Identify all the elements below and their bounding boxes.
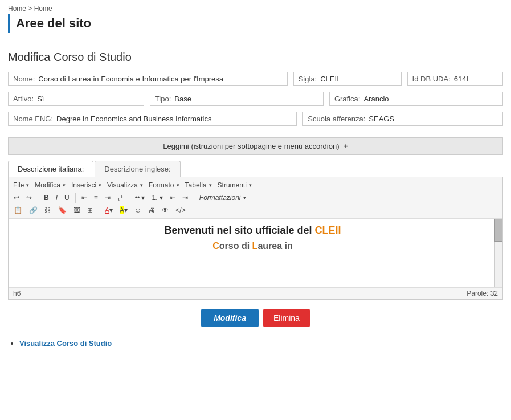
sub-text: Corso di Laurea in: [14, 241, 491, 251]
tab-descrizione-inglese[interactable]: Descrizione inglese:: [95, 161, 180, 177]
leggimi-subtext2: (istruzioni per sottopagine e menù accor…: [191, 142, 339, 150]
scuola-label: Scuola afferenza:: [308, 115, 365, 123]
link-button[interactable]: 🔗: [26, 205, 40, 215]
preview-button[interactable]: 👁: [159, 205, 171, 215]
form-section-title: Modifica Corso di Studio: [8, 51, 503, 64]
bg-color-button[interactable]: A ▾: [117, 205, 130, 215]
editor-wrap: Benvenuti nel sito ufficiale del CLEII C…: [9, 219, 502, 287]
paste-button[interactable]: 📋: [11, 205, 25, 215]
menu-strumenti[interactable]: Strumenti ▾: [215, 180, 254, 190]
font-color-button[interactable]: A ▾: [102, 205, 116, 215]
visualizza-corso-link[interactable]: Visualizza Corso di Studio: [19, 339, 112, 348]
tipo-input[interactable]: [174, 95, 318, 103]
menu-tabella-arrow: ▾: [209, 182, 212, 188]
nome-label: Nome:: [13, 75, 35, 83]
scuola-field: Scuola afferenza:: [302, 112, 503, 126]
tab-descrizione-italiana[interactable]: Descrizione italiana:: [8, 161, 93, 177]
source-button[interactable]: </>: [173, 205, 188, 215]
page-title: Aree del sito: [16, 16, 503, 31]
menu-bar: File ▾ Modifica ▾ Inserisci ▾ Visualizza…: [11, 179, 500, 191]
formattazioni-dropdown[interactable]: Formattazioni ▾: [197, 193, 248, 203]
editor-status-bar: h6 Parole: 32: [9, 287, 502, 299]
align-left-button[interactable]: ⇤: [79, 193, 90, 203]
separator-1: [38, 193, 38, 203]
attivo-field: Attivo:: [8, 92, 144, 106]
leggimi-bar[interactable]: Leggimi (istruzioni per sottopagine e me…: [8, 137, 503, 155]
editor-scrollbar[interactable]: [494, 219, 502, 287]
breadcrumb-home-link[interactable]: Home >: [8, 5, 32, 13]
editor-element-type: h6: [13, 289, 21, 297]
underline-button[interactable]: U: [62, 193, 72, 203]
elimina-button[interactable]: Elimina: [263, 309, 310, 327]
unlink-button[interactable]: ⛓: [42, 205, 54, 215]
form-row-2: Attivo: Tipo: Grafica:: [8, 92, 503, 106]
sub-aurea: aurea in: [257, 241, 292, 251]
table-button[interactable]: ⊞: [84, 205, 96, 215]
menu-visualizza[interactable]: Visualizza ▾: [105, 180, 145, 190]
breadcrumb-home2: Home: [34, 5, 52, 13]
undo-button[interactable]: ↩: [11, 193, 22, 203]
sigla-input[interactable]: [320, 75, 396, 83]
print-button[interactable]: 🖨: [145, 205, 158, 215]
tipo-label: Tipo:: [155, 95, 171, 103]
menu-modifica-arrow: ▾: [63, 182, 66, 188]
action-buttons: Modifica Elimina: [0, 300, 511, 336]
emoji-button[interactable]: ☺: [132, 205, 144, 215]
nome-eng-field: Nome ENG:: [8, 112, 297, 126]
leggimi-plus[interactable]: +: [344, 142, 348, 150]
iddbuda-label: Id DB UDA:: [412, 75, 451, 83]
tipo-field: Tipo:: [150, 92, 324, 106]
ordered-list-button[interactable]: 1. ▾: [149, 193, 165, 203]
unordered-list-button[interactable]: •• ▾: [132, 193, 148, 203]
scuola-input[interactable]: [369, 115, 498, 123]
editor-body[interactable]: Benvenuti nel sito ufficiale del CLEII C…: [9, 219, 502, 287]
redo-button[interactable]: ↪: [23, 193, 35, 203]
form-row-1: Nome: Sigla: Id DB UDA:: [8, 72, 503, 86]
scrollbar-thumb[interactable]: [494, 219, 502, 242]
sigla-field: Sigla:: [293, 72, 402, 86]
align-center-button[interactable]: ≡: [91, 193, 101, 203]
nome-input[interactable]: [38, 75, 282, 83]
bold-button[interactable]: B: [41, 193, 52, 203]
menu-modifica[interactable]: Modifica ▾: [32, 180, 68, 190]
word-count-label: Parole:: [467, 289, 488, 297]
modifica-button[interactable]: Modifica: [201, 309, 259, 327]
footer-links: Visualizza Corso di Studio: [0, 336, 511, 353]
welcome-orange: CLEII: [315, 225, 341, 236]
menu-file[interactable]: File ▾: [11, 180, 31, 190]
bookmark-button[interactable]: 🔖: [55, 205, 70, 215]
separator-4: [194, 193, 194, 203]
leggimi-text: Leggimi: [163, 142, 189, 150]
attivo-input[interactable]: [37, 95, 139, 103]
nome-eng-input[interactable]: [56, 115, 292, 123]
menu-formato-arrow: ▾: [177, 182, 179, 188]
outdent-button[interactable]: ⇤: [167, 193, 178, 203]
format-bar-2: 📋 🔗 ⛓ 🔖 🖼 ⊞ A ▾ A ▾ ☺ 🖨 👁 </>: [11, 204, 500, 217]
sub-orso: orso di: [219, 241, 252, 251]
italic-button[interactable]: I: [53, 193, 60, 203]
indent-button[interactable]: ⇥: [179, 193, 191, 203]
form-section: Modifica Corso di Studio Nome: Sigla: Id…: [0, 45, 511, 137]
iddbuda-field: Id DB UDA:: [407, 72, 503, 86]
nome-eng-label: Nome ENG:: [13, 115, 53, 123]
nome-field: Nome:: [8, 72, 288, 86]
sub-l: L: [252, 241, 258, 251]
image-button[interactable]: 🖼: [71, 205, 83, 215]
grafica-field: Grafica:: [329, 92, 503, 106]
align-right-button[interactable]: ⇥: [102, 193, 113, 203]
grafica-input[interactable]: [363, 95, 498, 103]
tabs-bar: Descrizione italiana: Descrizione ingles…: [8, 161, 503, 177]
footer-links-list: Visualizza Corso di Studio: [8, 339, 503, 348]
menu-inserisci[interactable]: Inserisci ▾: [69, 180, 104, 190]
welcome-text: Benvenuti nel sito ufficiale del CLEII: [14, 225, 491, 236]
menu-tabella[interactable]: Tabella ▾: [183, 180, 214, 190]
formattazioni-arrow: ▾: [243, 195, 246, 201]
separator-5: [99, 205, 99, 215]
menu-visualizza-arrow: ▾: [140, 182, 143, 188]
iddbuda-input[interactable]: [454, 75, 498, 83]
align-justify-button[interactable]: ⇄: [115, 193, 126, 203]
menu-formato[interactable]: Formato ▾: [146, 180, 182, 190]
page-title-bar: Aree del sito: [8, 14, 503, 33]
format-bar-1: ↩ ↪ B I U ⇤ ≡ ⇥ ⇄ •• ▾ 1. ▾ ⇤ ⇥ Formatta…: [11, 191, 500, 204]
attivo-label: Attivo:: [13, 95, 34, 103]
